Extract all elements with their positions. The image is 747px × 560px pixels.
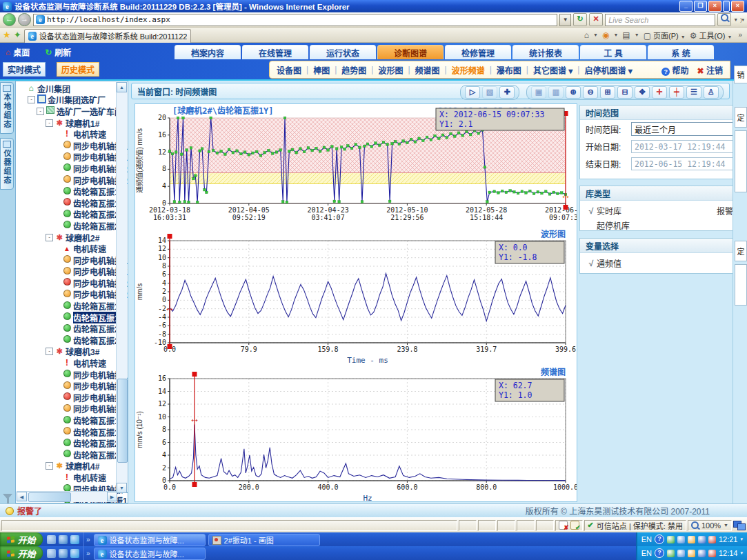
cursor-icon[interactable]: ✛: [652, 86, 667, 99]
subnav-9[interactable]: 启停机图谱 ▾: [584, 64, 632, 76]
tree-point[interactable]: !电机转速: [16, 357, 117, 369]
help-link[interactable]: ? 帮助: [661, 64, 688, 76]
tree-point[interactable]: 同步电机轴振1X: [16, 254, 117, 266]
tree-machine-3[interactable]: -✱球磨机3#: [16, 346, 117, 358]
zoom-out-icon[interactable]: ⊖: [583, 86, 598, 99]
zoom-dropdown[interactable]: ▼: [724, 523, 728, 528]
scroll-right-button[interactable]: ▶: [107, 492, 117, 501]
zoom-in-icon[interactable]: ⊕: [566, 86, 581, 99]
main-tab-2[interactable]: 在线管理: [242, 45, 308, 59]
tree-point[interactable]: 齿轮箱瓦振2Y: [16, 220, 117, 232]
help-tray-icon[interactable]: ?: [655, 548, 664, 558]
tree-horizontal-scrollbar[interactable]: ◀ ▶: [17, 491, 117, 502]
tree-point[interactable]: !电机转速: [16, 128, 117, 140]
crosshair-icon[interactable]: ✚: [499, 86, 515, 99]
tree-point[interactable]: 齿轮箱瓦振2X: [16, 323, 117, 334]
alert-tray-icon[interactable]: [688, 550, 695, 557]
var-option-1[interactable]: √通频值: [586, 257, 703, 269]
tree-label[interactable]: 电机转速: [73, 472, 106, 483]
main-tab-4[interactable]: 诊断图谱: [377, 45, 444, 59]
hscroll-thumb[interactable]: [28, 492, 71, 502]
start-button[interactable]: 开始: [0, 532, 43, 546]
language-indicator[interactable]: EN: [641, 549, 652, 557]
update-tray-icon[interactable]: [677, 550, 685, 557]
show-desktop-icon[interactable]: [47, 535, 56, 544]
tree-expander[interactable]: -: [28, 96, 35, 103]
tree-point[interactable]: 同步电机轴振1Y: [16, 152, 117, 163]
monitor-icon[interactable]: [59, 549, 68, 558]
tree-point[interactable]: 齿轮箱瓦振1X: [16, 414, 117, 426]
tree-machine-2[interactable]: -✱球磨机2#: [16, 232, 117, 243]
print-dropdown[interactable]: ▼: [635, 32, 639, 37]
main-tab-3[interactable]: 运行状态: [310, 45, 376, 59]
shield-tray-icon[interactable]: [667, 536, 675, 543]
language-indicator[interactable]: EN: [641, 535, 652, 543]
main-tab-7[interactable]: 工 具: [580, 45, 646, 59]
quicklaunch-chevron[interactable]: »: [84, 546, 92, 560]
home-dropdown[interactable]: ▼: [593, 32, 598, 37]
tree-point[interactable]: 同步电机轴振2Y: [16, 289, 117, 301]
tree-workshop[interactable]: -选矿厂一选矿车间: [16, 106, 117, 117]
minimize-button[interactable]: _: [679, 1, 693, 12]
subnav-5[interactable]: 频谱图: [415, 64, 440, 76]
address-input[interactable]: e http://localhost/index.aspx: [33, 14, 557, 26]
tree-expander[interactable]: -: [46, 234, 53, 241]
vscroll-thumb[interactable]: [117, 379, 128, 463]
taskbar-window-1[interactable]: e设备状态监测与故障...: [94, 534, 206, 546]
address-dropdown[interactable]: ▼: [559, 14, 571, 26]
shield-tray-icon[interactable]: [667, 550, 675, 557]
zoom-y-icon[interactable]: ⊟: [617, 86, 633, 99]
tree-point[interactable]: 同步电机轴振1X: [16, 140, 117, 152]
tree-point[interactable]: 同步电机轴振1X: [16, 369, 117, 381]
tree-label[interactable]: 金川集团选矿厂: [48, 94, 106, 106]
refresh-button[interactable]: ↻: [573, 13, 587, 26]
scroll-down-button[interactable]: ▼: [117, 483, 127, 493]
waveform-chart[interactable]: -10-8-6-4-2024681012140.079.9159.8239.83…: [135, 230, 577, 365]
harmonic-cursor-icon[interactable]: ☰: [686, 86, 701, 99]
subnav-8[interactable]: 其它图谱 ▾: [533, 64, 572, 76]
tree-point[interactable]: ▲电机转速: [16, 243, 117, 254]
logout-link[interactable]: ✖ 注销: [697, 64, 723, 76]
volume-muted-icon[interactable]: [708, 536, 716, 543]
close-button[interactable]: ×: [708, 1, 721, 12]
favorites-star-icon[interactable]: ★: [3, 30, 11, 40]
scroll-left-button[interactable]: ◀: [17, 492, 27, 501]
tree-point[interactable]: 同步电机轴振2X: [16, 277, 117, 289]
tree-expander[interactable]: -: [46, 119, 53, 127]
tree-label[interactable]: 球磨机4#: [66, 460, 99, 472]
search-input[interactable]: Live Search: [605, 14, 715, 26]
db-option-3[interactable]: 起停机库: [586, 219, 703, 231]
tree-point[interactable]: 齿轮箱瓦振1Y: [16, 197, 117, 209]
trend-chart[interactable]: 0481216202012-03-1816:03:312012-04-0509:…: [135, 106, 577, 227]
zoom-pane[interactable]: 100% ▼: [688, 520, 732, 531]
report-icon[interactable]: ▷: [465, 86, 480, 99]
tree-point[interactable]: 同步电机轴振1Y: [16, 266, 117, 278]
start-button[interactable]: 开始: [0, 546, 43, 560]
tree-point[interactable]: 同步电机轴振2Y: [16, 403, 117, 415]
scroll-up-button[interactable]: ▲: [117, 82, 127, 92]
tree-label[interactable]: 电机转速: [73, 243, 106, 254]
db-option-1[interactable]: √实时库: [586, 205, 703, 217]
back-button[interactable]: ←: [3, 13, 16, 26]
subnav-6[interactable]: 波形频谱: [452, 64, 485, 76]
ie-quicklaunch-icon[interactable]: [70, 535, 79, 544]
command-overflow-chevron[interactable]: »: [736, 31, 744, 39]
main-tab-1[interactable]: 档案内容: [175, 45, 241, 59]
tree-expander[interactable]: -: [46, 462, 53, 470]
tree-point[interactable]: !电机转速: [16, 472, 117, 483]
tree-point[interactable]: 齿轮箱瓦振2Y: [16, 334, 117, 346]
taskbar-window-2[interactable]: 2#振动1 - 画图: [208, 534, 320, 546]
help-tray-icon[interactable]: ?: [655, 534, 664, 544]
range-preset-select[interactable]: 最近三个月 ▼: [631, 122, 747, 136]
zoom-x-icon[interactable]: ⊞: [600, 86, 615, 99]
alert-tray-icon[interactable]: [688, 536, 695, 543]
page-menu[interactable]: ▢ 页面(P) ▼: [644, 30, 686, 41]
subnav-3[interactable]: 趋势图: [341, 64, 366, 76]
desktop-link[interactable]: ⌂ 桌面: [6, 46, 30, 58]
main-tab-6[interactable]: 统计报表: [512, 45, 579, 59]
tree-point[interactable]: 齿轮箱瓦振1X: [16, 186, 117, 197]
tree-label[interactable]: 球磨机1#: [66, 117, 99, 129]
sidebar-vtab-2[interactable]: 仪器组态: [0, 138, 14, 190]
subnav-4[interactable]: 波形图: [378, 64, 403, 76]
tree-machine-4[interactable]: -✱球磨机4#: [16, 461, 117, 472]
